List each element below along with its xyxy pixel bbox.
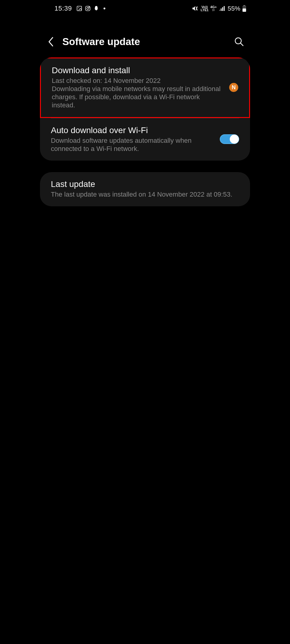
auto-download-title: Auto download over Wi-Fi [51,126,213,135]
download-install-item[interactable]: Download and install Last checked on: 14… [41,58,249,117]
last-update-description: The last update was installed on 14 Nove… [51,190,239,198]
svg-point-4 [89,7,89,8]
auto-download-description: Download software updates automatically … [51,136,213,153]
battery-icon [242,5,246,12]
more-notifications-dot [104,8,105,9]
svg-point-1 [78,7,79,8]
status-clock: 15:39 [54,5,72,12]
data-type-label: 4G+ [210,5,217,8]
status-bar: 15:39 Vo)) LTE1 [38,0,252,14]
signal-icon [219,6,225,11]
svg-rect-5 [219,10,220,11]
svg-rect-6 [221,8,222,11]
svg-rect-9 [243,5,245,6]
last-update-title: Last update [51,179,239,189]
chevron-left-icon [47,36,54,47]
download-install-title: Download and install [52,66,223,75]
data-arrows-icon [212,8,215,11]
auto-download-item[interactable]: Auto download over Wi-Fi Download softwa… [40,118,250,161]
lte-label: LTE1 [201,8,209,11]
snapchat-icon [93,5,99,11]
auto-download-toggle[interactable] [220,134,239,144]
gallery-icon [76,5,82,11]
download-install-highlight: Download and install Last checked on: 14… [40,57,250,118]
toggle-knob [230,135,239,144]
svg-rect-8 [224,6,225,11]
instagram-icon [85,5,91,11]
svg-point-12 [235,38,241,44]
search-button[interactable] [233,36,245,48]
back-button[interactable] [45,36,57,48]
svg-point-3 [87,8,89,10]
last-update-item[interactable]: Last update The last update was installe… [40,172,250,206]
page-header: Software update [38,36,252,48]
page-title: Software update [62,36,233,47]
svg-rect-11 [242,8,246,12]
settings-group-1: Download and install Last checked on: 14… [40,57,250,161]
mute-icon [192,5,198,12]
svg-line-13 [241,43,243,46]
svg-rect-7 [222,7,223,11]
search-icon [234,37,244,47]
battery-percent: 55% [228,5,240,12]
download-install-description: Last checked on: 14 November 2022 Downlo… [52,77,223,109]
svg-rect-0 [77,6,81,11]
settings-group-2: Last update The last update was installe… [40,172,250,206]
new-badge: N [229,83,238,92]
